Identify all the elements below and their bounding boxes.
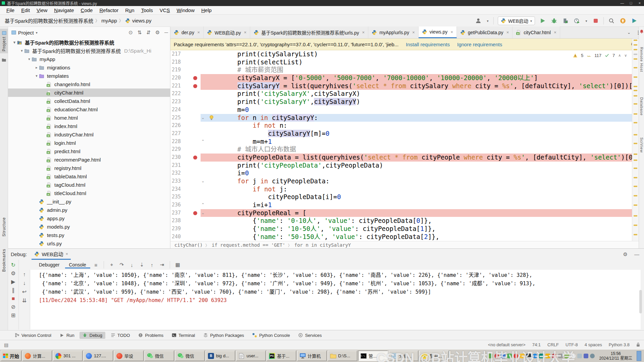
menu-file[interactable]: File [3, 7, 17, 14]
profiler-button[interactable] [573, 17, 581, 24]
tree-item[interactable]: models.py [8, 223, 170, 231]
stop-button[interactable] [592, 17, 599, 24]
debug-session-tab[interactable]: WEB启动 × [32, 249, 71, 260]
status-left-icon[interactable]: ▤ [4, 342, 8, 348]
indent-style[interactable]: 4 spaces [585, 342, 602, 347]
view-breakpoints-icon[interactable]: ⊞ [11, 313, 15, 318]
tree-item[interactable]: HtitleCloud.html [8, 189, 170, 197]
fold-marker-icon[interactable]: ⌄ [201, 177, 205, 185]
caret-position[interactable]: 74:1 [532, 342, 541, 347]
close-tab-icon[interactable]: × [412, 30, 415, 35]
tree-item[interactable]: admin.py [8, 206, 170, 214]
tray-icon[interactable] [526, 354, 531, 358]
tray-icon[interactable] [488, 354, 493, 358]
close-tab-icon[interactable]: × [362, 30, 365, 35]
error-stripe-mark[interactable] [634, 204, 637, 206]
close-icon[interactable]: × [66, 251, 68, 256]
tray-icon[interactable] [558, 354, 563, 358]
tree-item[interactable]: Hlogin.html [8, 139, 170, 147]
tree-chevron-icon[interactable]: ▸ [34, 65, 39, 70]
taskbar-button[interactable]: user... [236, 351, 266, 361]
debug-button[interactable] [550, 17, 558, 24]
sidebar-tab-sciview[interactable]: SciView [640, 137, 644, 153]
editor-breadcrumb-item[interactable]: for n in citySalaryY [294, 242, 351, 248]
toolwindow-button-debug[interactable]: Debug [79, 332, 105, 339]
show-desktop-button[interactable] [637, 351, 641, 361]
tray-icon[interactable] [539, 354, 544, 358]
tree-item[interactable]: HcollectData.html [8, 97, 170, 105]
error-stripe-mark[interactable] [634, 143, 637, 144]
resume-icon[interactable]: ▶ [11, 279, 15, 285]
project-collapse-all-icon[interactable]: ⇵ [146, 29, 151, 36]
code-line[interactable]: 236⌃ i=i+1 [170, 201, 632, 209]
fold-marker-icon[interactable]: ⌃ [201, 138, 205, 146]
tree-item[interactable]: Hpredict.html [8, 147, 170, 156]
debugger-step-icon[interactable]: ⇣ [138, 262, 146, 268]
stop-icon[interactable]: ■ [12, 296, 15, 301]
taskbar-button[interactable]: 计算机 [297, 351, 327, 361]
code-line[interactable]: 239 {'name': '10-50人', 'value': cityPeop… [170, 225, 632, 233]
editor-tab[interactable]: der.py× [170, 26, 204, 38]
tray-icon[interactable] [501, 354, 505, 358]
toolwindow-button-todo[interactable]: TODO [107, 332, 133, 339]
debugger-step-icon[interactable]: ↓ [127, 262, 136, 268]
error-stripe-mark[interactable] [634, 58, 637, 60]
editor-breadcrumb-item[interactable]: if request.method == 'GET' [212, 242, 285, 248]
tree-item[interactable]: ▸migrations [8, 63, 170, 72]
breadcrumb-item[interactable]: myApp [101, 18, 117, 23]
tray-icon[interactable] [520, 354, 525, 358]
settings-icon[interactable]: ⚙ [11, 271, 15, 276]
debugger-step-icon[interactable]: ≡ [92, 262, 100, 268]
project-panel-header[interactable]: Project ▾ ⊙⇅⇵⚙─ [8, 27, 170, 38]
code-line[interactable]: 229 # 城市人口分布数据 [170, 145, 632, 154]
error-stripe-mark[interactable] [634, 160, 637, 161]
toolwindow-button-version-control[interactable]: Version Control [11, 332, 54, 339]
close-tab-icon[interactable]: × [554, 30, 556, 35]
install-requirements-link[interactable]: Install requirements [406, 42, 450, 47]
error-stripe-mark[interactable] [634, 40, 637, 41]
tree-item[interactable]: ▾myApp [8, 55, 170, 63]
code-line[interactable]: 227 citySalaryY[m]=0 [170, 130, 632, 138]
debug-console-output[interactable]: [{'name': '上海', 'value': 1050}, {'name':… [30, 270, 641, 329]
toolwindow-button-problems[interactable]: Problems [135, 332, 166, 339]
menu-code[interactable]: Code [78, 7, 96, 14]
taskbar-button[interactable]: 127.... [84, 351, 113, 361]
line-ending[interactable]: CRLF [547, 342, 559, 347]
sidebar-tab-remote-host[interactable]: Remote Host [640, 47, 644, 72]
close-tab-icon[interactable]: × [506, 30, 509, 35]
tray-icon[interactable] [552, 354, 556, 358]
editor-tab[interactable]: HcityChar.html× [513, 26, 560, 38]
search-everywhere-icon[interactable] [608, 17, 615, 24]
error-stripe[interactable] [632, 39, 639, 248]
tray-icon[interactable] [507, 354, 512, 358]
code-line[interactable]: 221 citySalaryY = list(queryhives('selec… [170, 82, 632, 90]
tree-item[interactable]: HindustryChar.html [8, 130, 170, 139]
tree-item[interactable]: HtagCloud.html [8, 181, 170, 189]
error-stripe-mark[interactable] [634, 177, 637, 178]
code-line[interactable]: 237⌄ cityPeopleReal = [ [170, 209, 632, 217]
code-line[interactable]: 230 cityPeopleData = list(queryhives('se… [170, 154, 632, 162]
tree-item[interactable]: tests.py [8, 231, 170, 239]
next-problem-icon[interactable]: ∨ [624, 53, 627, 58]
breadcrumb-item[interactable]: 基于Spark的招聘数据分析预测推荐系统 [5, 17, 93, 24]
run-button[interactable] [539, 17, 546, 24]
taskbar-button[interactable]: 计算... [22, 351, 52, 361]
start-button[interactable]: 开始 [1, 351, 21, 361]
debugger-step-icon[interactable]: ⌖ [107, 262, 116, 268]
project-locate-icon[interactable]: ⊙ [128, 29, 133, 36]
error-stripe-mark[interactable] [634, 76, 637, 78]
tree-chevron-icon[interactable]: ▾ [27, 57, 32, 61]
default-server-status[interactable]: <no default server> [488, 342, 526, 347]
sidebar-tab-database[interactable]: Database [640, 97, 644, 116]
error-stripe-mark[interactable] [634, 234, 637, 235]
breakpoint-icon[interactable] [193, 84, 197, 88]
code-line[interactable]: 226 if not n: [170, 122, 632, 130]
tree-item[interactable]: ▾基于Spark的招聘数据分析预测推荐系统D:\Spark_Hi [8, 47, 170, 55]
error-stripe-mark[interactable] [634, 49, 637, 50]
error-stripe-mark[interactable] [634, 44, 637, 46]
code-line[interactable]: 232 i=0 [170, 169, 632, 177]
tree-item[interactable]: HcityChar.html [8, 88, 170, 97]
error-stripe-mark[interactable] [634, 186, 637, 187]
profiler-dropdown-icon[interactable]: ▾ [585, 17, 588, 24]
minimize-panel-icon[interactable]: — [634, 251, 639, 257]
